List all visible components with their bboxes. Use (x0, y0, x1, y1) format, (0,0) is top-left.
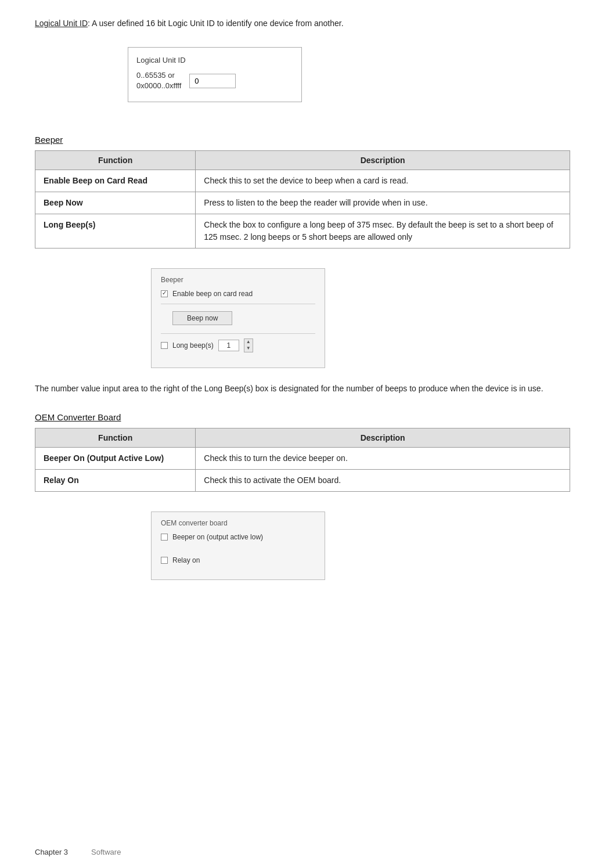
beeper-heading: Beeper (35, 135, 570, 145)
logical-unit-id-box: Logical Unit ID 0..65535 or0x0000..0xfff… (128, 47, 302, 102)
beeper-col-function: Function (35, 151, 196, 170)
logical-unit-box-label: Logical Unit ID (136, 56, 290, 64)
footer: Chapter 3 Software (35, 848, 570, 856)
beeper-row2-description: Press to listen to the beep the reader w… (196, 192, 570, 214)
table-row: Long Beep(s) Check the box to configure … (35, 214, 570, 248)
oem-mockup-title: OEM converter board (161, 519, 315, 527)
oem-row2-description: Check this to activate the OEM board. (196, 470, 570, 492)
oem-row2-function: Relay On (35, 470, 196, 492)
beeper-row3-description: Check the box to configure a long beep o… (196, 214, 570, 248)
beep-now-row: Beep now (161, 309, 315, 327)
oem-col-description: Description (196, 428, 570, 448)
beeper-row3-function: Long Beep(s) (35, 214, 196, 248)
relay-on-checkbox[interactable] (161, 557, 168, 564)
footer-section: Software (91, 848, 121, 856)
beep-now-button[interactable]: Beep now (172, 311, 232, 325)
long-beep-row: Long beep(s) 1 ▲ ▼ (161, 338, 315, 352)
relay-on-label: Relay on (172, 556, 200, 564)
beeper-row1-function: Enable Beep on Card Read (35, 170, 196, 192)
table-row: Beeper On (Output Active Low) Check this… (35, 448, 570, 470)
footer-chapter: Chapter 3 (35, 848, 68, 856)
spinner-up-icon[interactable]: ▲ (244, 339, 253, 345)
long-beep-spinner-value[interactable]: 1 (218, 340, 239, 351)
oem-col-function: Function (35, 428, 196, 448)
logical-unit-row: 0..65535 or0x0000..0xffff (136, 70, 290, 91)
beeper-paragraph: The number value input area to the right… (35, 382, 570, 395)
enable-beep-checkbox[interactable] (161, 290, 168, 297)
oem-row1-description: Check this to turn the device beeper on. (196, 448, 570, 470)
enable-beep-row: Enable beep on card read (161, 290, 315, 298)
beeper-col-description: Description (196, 151, 570, 170)
intro-rest: : A user defined 16 bit Logic Unit ID to… (88, 19, 344, 28)
spinner-down-icon[interactable]: ▼ (244, 345, 253, 352)
mockup-divider-1 (161, 304, 315, 304)
intro-paragraph: Logical Unit ID: A user defined 16 bit L… (35, 17, 570, 30)
mockup-divider-2 (161, 333, 315, 334)
beeper-table: Function Description Enable Beep on Card… (35, 150, 570, 248)
beeper-mockup: Beeper Enable beep on card read Beep now… (151, 268, 325, 368)
table-row: Relay On Check this to activate the OEM … (35, 470, 570, 492)
oem-mockup: OEM converter board Beeper on (output ac… (151, 512, 325, 580)
long-beep-label: Long beep(s) (172, 341, 214, 350)
relay-on-row: Relay on (161, 556, 315, 564)
beeper-row2-function: Beep Now (35, 192, 196, 214)
long-beep-checkbox[interactable] (161, 342, 168, 349)
beeper-on-label: Beeper on (output active low) (172, 533, 263, 541)
beeper-on-checkbox[interactable] (161, 534, 168, 541)
table-row: Enable Beep on Card Read Check this to s… (35, 170, 570, 192)
enable-beep-label: Enable beep on card read (172, 290, 253, 298)
oem-heading: OEM Converter Board (35, 412, 570, 422)
table-row: Beep Now Press to listen to the beep the… (35, 192, 570, 214)
long-beep-spinner-arrows[interactable]: ▲ ▼ (244, 338, 253, 352)
beeper-row1-description: Check this to set the device to beep whe… (196, 170, 570, 192)
beeper-on-row: Beeper on (output active low) (161, 533, 315, 541)
oem-table: Function Description Beeper On (Output A… (35, 428, 570, 492)
oem-row1-function: Beeper On (Output Active Low) (35, 448, 196, 470)
lu-input[interactable] (189, 74, 236, 88)
beeper-mockup-title: Beeper (161, 276, 315, 284)
logical-unit-id-link[interactable]: Logical Unit ID (35, 19, 88, 28)
lu-range-text: 0..65535 or0x0000..0xffff (136, 70, 181, 91)
